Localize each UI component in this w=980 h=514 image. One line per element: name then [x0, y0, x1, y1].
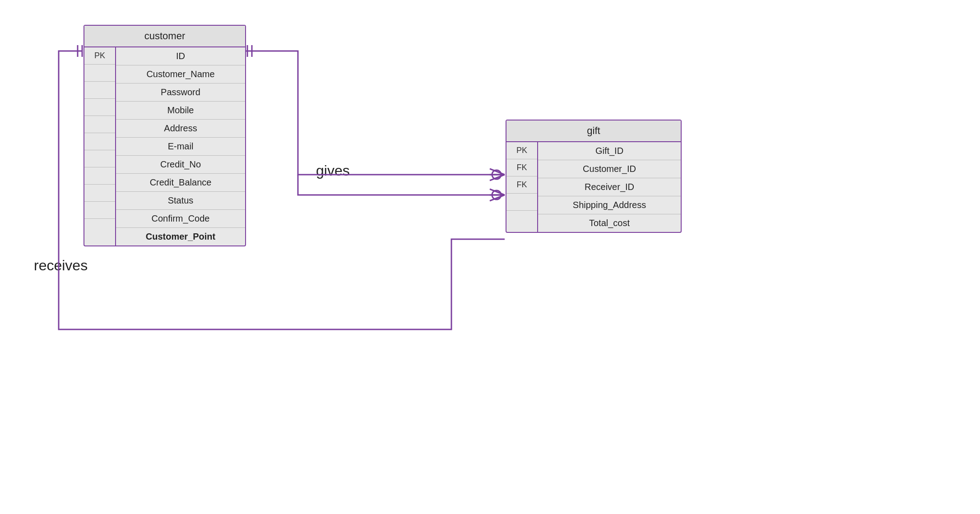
customer-pk-col: PK — — — — — — — — — — — [84, 47, 116, 245]
diagram-canvas: customer PK — — — — — — — — — — ID Custo… — [0, 0, 980, 514]
customer-fields-col: ID Customer_Name Password Mobile Address… — [116, 47, 245, 245]
gift-table-title: gift — [506, 120, 681, 142]
gift-field-giftid: Gift_ID — [538, 142, 681, 160]
customer-pk-empty-7: — — [84, 167, 115, 185]
customer-pk-empty-5: — — [84, 133, 115, 150]
customer-field-customerpoint: Customer_Point — [116, 228, 245, 245]
gift-receiverid-crow2 — [490, 195, 505, 201]
customer-field-address: Address — [116, 120, 245, 138]
customer-field-id: ID — [116, 47, 245, 65]
customer-pk-empty-4: — — [84, 116, 115, 133]
gift-table: gift PK FK FK — — Gift_ID Customer_ID Re… — [506, 120, 682, 233]
gift-field-receiverid: Receiver_ID — [538, 178, 681, 196]
customer-field-creditbalance: Credit_Balance — [116, 174, 245, 192]
customer-field-email: E-mail — [116, 138, 245, 156]
customer-field-name: Customer_Name — [116, 65, 245, 83]
customer-pk-empty-2: — — [84, 82, 115, 99]
customer-table-title: customer — [84, 26, 245, 47]
gift-field-shippingaddress: Shipping_Address — [538, 196, 681, 214]
gift-customerid-crow1 — [490, 169, 505, 175]
gift-pk-cell: PK — [506, 142, 537, 159]
customer-field-confirmcode: Confirm_Code — [116, 210, 245, 228]
gift-pk-col: PK FK FK — — — [506, 142, 538, 232]
gift-receiverid-circle — [492, 190, 501, 199]
customer-field-password: Password — [116, 83, 245, 102]
gives-label: gives — [316, 162, 350, 179]
customer-pk-id: PK — [84, 47, 115, 65]
customer-table: customer PK — — — — — — — — — — ID Custo… — [84, 25, 246, 246]
gift-fk1-cell: FK — [506, 159, 537, 176]
receives-label: receives — [34, 257, 88, 274]
customer-pk-empty-1: — — [84, 65, 115, 82]
customer-pk-empty-8: — — [84, 185, 115, 202]
gift-fields-col: Gift_ID Customer_ID Receiver_ID Shipping… — [538, 142, 681, 232]
customer-pk-empty-9: — — [84, 202, 115, 219]
gift-field-customerid: Customer_ID — [538, 160, 681, 178]
gift-receiverid-crow1 — [490, 189, 505, 195]
gift-customerid-crow2 — [490, 175, 505, 181]
gift-empty2: — — [506, 211, 537, 227]
gift-customerid-circle — [492, 170, 501, 179]
gives-connector-customer-id — [246, 51, 505, 175]
customer-field-creditno: Credit_No — [116, 156, 245, 174]
gift-fk2-cell: FK — [506, 176, 537, 194]
customer-pk-empty-6: — — [84, 150, 115, 167]
customer-field-status: Status — [116, 192, 245, 210]
gift-empty1: — — [506, 194, 537, 211]
customer-pk-empty-10: — — [84, 219, 115, 236]
gift-field-totalcost: Total_cost — [538, 214, 681, 232]
customer-pk-empty-3: — — [84, 99, 115, 116]
customer-field-mobile: Mobile — [116, 102, 245, 120]
